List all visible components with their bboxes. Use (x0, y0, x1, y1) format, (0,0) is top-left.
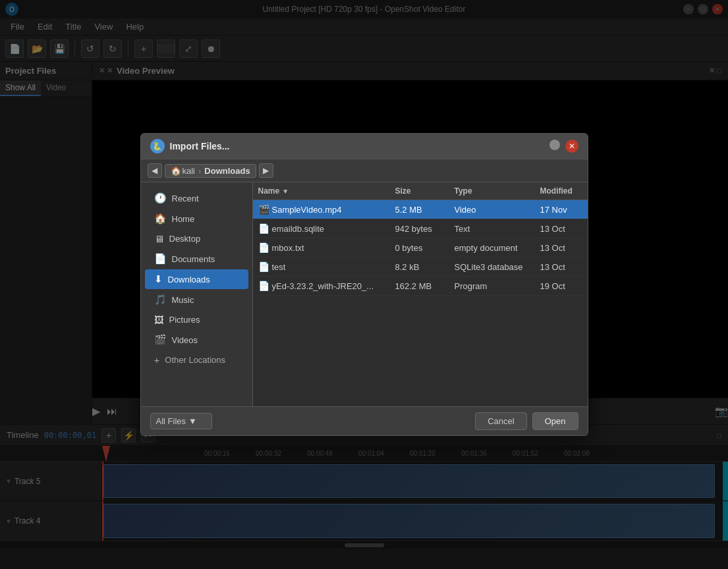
filter-dropdown-icon: ▼ (188, 416, 197, 426)
file-2-modified: 13 Oct (535, 242, 588, 254)
file-0-name: SampleVideo.mp4 (272, 205, 385, 215)
downloads-icon: ⬇ (154, 273, 163, 285)
file-2-size: 0 bytes (390, 242, 449, 254)
file-3-icon: 📄 (258, 261, 269, 272)
sidebar-desktop[interactable]: 🖥 Desktop (145, 229, 248, 248)
file-3-name: test (272, 262, 385, 272)
col-size-header[interactable]: Size (390, 185, 449, 197)
modal-file-list: Name ▼ Size Type Modified 🎬 SampleVideo.… (253, 182, 588, 406)
sidebar-pictures[interactable]: 🖼 Pictures (145, 310, 248, 329)
file-3-modified: 13 Oct (535, 261, 588, 273)
file-0-name-cell: 🎬 SampleVideo.mp4 (253, 203, 390, 216)
documents-icon: 📄 (154, 253, 167, 265)
file-row-2[interactable]: 📄 mbox.txt 0 bytes empty document 13 Oct (253, 238, 588, 257)
file-row-0[interactable]: 🎬 SampleVideo.mp4 5.2 MB Video 17 Nov (253, 200, 588, 219)
breadcrumb-current: Downloads (204, 166, 250, 176)
file-1-type: Text (449, 223, 535, 235)
desktop-icon: 🖥 (154, 233, 164, 244)
modal-nav: ◀ 🏠 kali › Downloads ▶ (141, 159, 588, 182)
sidebar-other-label: Other Locations (165, 355, 225, 365)
sidebar-videos[interactable]: 🎬 Videos (145, 330, 248, 350)
file-row-1[interactable]: 📄 emaildb.sqlite 942 bytes Text 13 Oct (253, 219, 588, 238)
file-4-name-cell: 📄 yEd-3.23.2_with-JRE20_... (253, 279, 390, 292)
sidebar-pictures-label: Pictures (169, 315, 200, 325)
modal-logo: 🐍 (150, 139, 165, 153)
nav-back-button[interactable]: ◀ (148, 163, 162, 178)
sidebar-other-locations[interactable]: + Other Locations (145, 350, 248, 369)
sidebar-downloads[interactable]: ⬇ Downloads (145, 269, 248, 289)
nav-breadcrumb: 🏠 kali › Downloads (165, 164, 256, 178)
videos-icon: 🎬 (154, 334, 167, 346)
breadcrumb-sep: › (198, 166, 201, 176)
import-dialog: 🐍 Import Files... ✕ ◀ 🏠 kali › Downloads… (140, 133, 588, 436)
col-name-label: Name (258, 186, 280, 196)
file-1-modified: 13 Oct (535, 223, 588, 235)
sidebar-home-label: Home (172, 214, 195, 224)
file-3-type: SQLite3 database (449, 261, 535, 273)
file-2-name-cell: 📄 mbox.txt (253, 241, 390, 254)
file-2-icon: 📄 (258, 242, 269, 253)
recent-icon: 🕐 (154, 192, 167, 204)
sidebar-music-label: Music (172, 295, 194, 305)
modal-footer: All Files ▼ Cancel Open (141, 406, 588, 435)
file-4-type: Program (449, 280, 535, 292)
home-icon: 🏠 (171, 166, 181, 176)
file-row-3[interactable]: 📄 test 8.2 kB SQLite3 database 13 Oct (253, 257, 588, 277)
sidebar-downloads-label: Downloads (168, 275, 210, 284)
breadcrumb-home[interactable]: kali (182, 166, 196, 176)
file-2-type: empty document (449, 242, 535, 254)
music-icon: 🎵 (154, 294, 167, 306)
modal-sidebar: 🕐 Recent 🏠 Home 🖥 Desktop 📄 Documents ⬇ (141, 182, 253, 406)
sidebar-documents[interactable]: 📄 Documents (145, 249, 248, 269)
modal-header: 🐍 Import Files... ✕ (141, 134, 588, 159)
sidebar-desktop-label: Desktop (169, 234, 201, 244)
pictures-icon: 🖼 (154, 314, 164, 325)
modal-close-button[interactable]: ✕ (565, 140, 578, 153)
sidebar-documents-label: Documents (172, 254, 215, 264)
add-location-icon: + (154, 354, 160, 366)
sidebar-recent[interactable]: 🕐 Recent (145, 188, 248, 208)
file-list-header: Name ▼ Size Type Modified (253, 182, 588, 200)
file-0-type: Video (449, 203, 535, 216)
file-filter-label: All Files (156, 416, 186, 426)
home-nav-icon: 🏠 (154, 213, 167, 225)
file-1-name: emaildb.sqlite (272, 224, 385, 234)
file-0-size: 5.2 MB (390, 203, 449, 216)
col-name-header[interactable]: Name ▼ (253, 185, 390, 197)
sidebar-recent-label: Recent (172, 194, 199, 203)
file-0-modified: 17 Nov (535, 203, 588, 216)
sidebar-home[interactable]: 🏠 Home (145, 209, 248, 229)
file-4-name: yEd-3.23.2_with-JRE20_... (272, 281, 385, 291)
file-4-icon: 📄 (258, 281, 269, 291)
file-3-size: 8.2 kB (390, 261, 449, 273)
modal-minimize-button[interactable] (549, 140, 560, 150)
col-modified-header[interactable]: Modified (535, 185, 588, 197)
file-0-icon: 🎬 (258, 204, 269, 215)
col-type-header[interactable]: Type (449, 185, 535, 197)
file-row-4[interactable]: 📄 yEd-3.23.2_with-JRE20_... 162.2 MB Pro… (253, 277, 588, 296)
modal-body: 🕐 Recent 🏠 Home 🖥 Desktop 📄 Documents ⬇ (141, 182, 588, 406)
file-2-name: mbox.txt (272, 243, 385, 253)
modal-title: Import Files... (170, 141, 230, 151)
cancel-button[interactable]: Cancel (475, 412, 526, 430)
sidebar-videos-label: Videos (172, 335, 198, 345)
file-1-name-cell: 📄 emaildb.sqlite (253, 222, 390, 235)
file-filter-dropdown[interactable]: All Files ▼ (150, 413, 212, 429)
file-4-modified: 19 Oct (535, 280, 588, 292)
open-button[interactable]: Open (532, 412, 578, 430)
sidebar-music[interactable]: 🎵 Music (145, 290, 248, 310)
modal-overlay[interactable]: 🐍 Import Files... ✕ ◀ 🏠 kali › Downloads… (0, 0, 728, 569)
sort-icon: ▼ (282, 188, 289, 195)
file-3-name-cell: 📄 test (253, 260, 390, 273)
file-1-icon: 📄 (258, 223, 269, 234)
file-4-size: 162.2 MB (390, 280, 449, 292)
nav-forward-button[interactable]: ▶ (259, 163, 273, 178)
file-1-size: 942 bytes (390, 223, 449, 235)
